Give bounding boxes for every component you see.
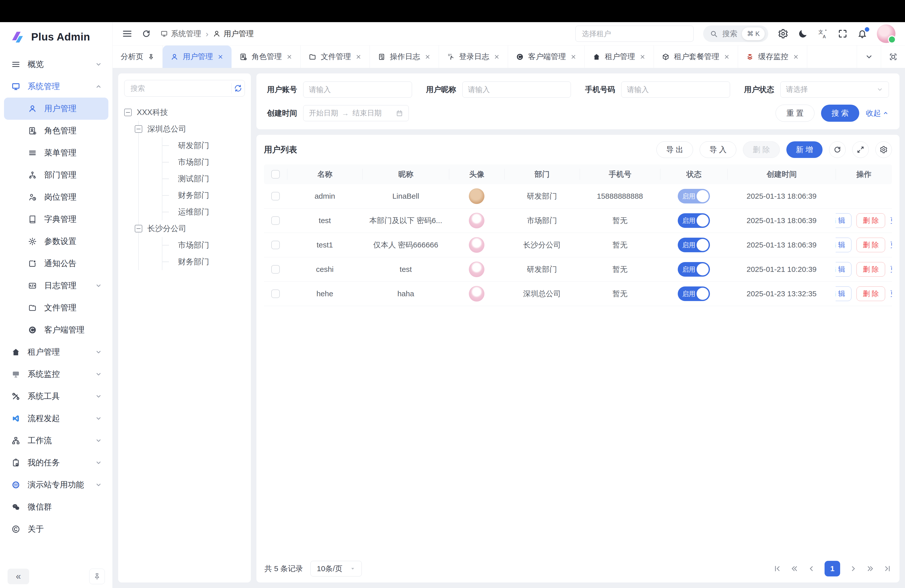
pin-icon[interactable] (148, 54, 154, 60)
delete-button[interactable]: 删 除 (743, 141, 780, 158)
row-checkbox[interactable] (271, 192, 280, 200)
tab-tenant-management[interactable]: 租户管理 (585, 46, 654, 68)
delete-row-button[interactable]: 删 除 (856, 238, 885, 252)
table-fullscreen-button[interactable] (852, 141, 869, 158)
tab-operation-log[interactable]: 操作日志 (370, 46, 439, 68)
last-page-button[interactable] (883, 565, 891, 573)
tree-collapse-icon[interactable] (135, 225, 142, 232)
language-translate-icon[interactable]: 文A (818, 29, 828, 39)
sidebar-item-process-initiation[interactable]: 流程发起 (4, 407, 108, 429)
close-icon[interactable] (724, 54, 730, 60)
sidebar-item-menu-management[interactable]: 菜单管理 (4, 142, 108, 164)
edit-button[interactable]: 编 辑 (836, 238, 851, 252)
sidebar-item-parameter-settings[interactable]: 参数设置 (4, 230, 108, 253)
tenant-select-input[interactable] (575, 25, 694, 42)
tree-node-branch[interactable]: 深圳总公司 (135, 121, 245, 137)
hamburger-icon[interactable] (122, 29, 132, 39)
tab-tenant-package-management[interactable]: 租户套餐管理 (654, 46, 738, 68)
select-all-checkbox[interactable] (271, 170, 280, 178)
refresh-icon[interactable] (142, 29, 151, 38)
tree-node-leaf[interactable]: 财务部门 (162, 254, 245, 270)
close-icon[interactable] (640, 54, 646, 60)
tab-analysis[interactable]: 分析页 (113, 46, 163, 68)
row-checkbox[interactable] (271, 216, 280, 225)
date-range-picker[interactable]: 开始日期 → 结束日期 (303, 105, 409, 121)
next-5-pages-button[interactable] (866, 565, 874, 573)
tree-collapse-icon[interactable] (135, 125, 142, 133)
tab-cache-monitor[interactable]: 缓存监控 (738, 46, 807, 68)
more-button[interactable]: 更多 (890, 264, 892, 274)
tree-node-leaf[interactable]: 市场部门 (162, 237, 245, 254)
tree-refresh-icon[interactable] (232, 84, 245, 92)
sidebar-item-department-management[interactable]: 部门管理 (4, 164, 108, 186)
page-size-select[interactable]: 10条/页 (310, 561, 362, 577)
first-page-button[interactable] (773, 565, 781, 573)
status-toggle[interactable]: 启用 (678, 286, 710, 301)
sidebar-item-wechat-group[interactable]: 微信群 (4, 496, 108, 518)
nickname-input[interactable] (468, 86, 565, 94)
sidebar-item-workflow[interactable]: 工作流 (4, 429, 108, 452)
breadcrumb-system[interactable]: 系统管理 (160, 29, 201, 39)
close-icon[interactable] (356, 54, 362, 60)
status-toggle[interactable]: 启用 (678, 238, 710, 252)
tree-node-leaf[interactable]: 市场部门 (162, 154, 245, 170)
tab-client-management[interactable]: 客户端管理 (508, 46, 585, 68)
tree-node-leaf[interactable]: 研发部门 (162, 137, 245, 154)
global-search-button[interactable]: 搜索 ⌘ K (703, 25, 768, 42)
tree-node-leaf[interactable]: 测试部门 (162, 170, 245, 187)
tab-file-management[interactable]: 文件管理 (301, 46, 370, 68)
close-icon[interactable] (494, 54, 500, 60)
more-button[interactable]: 更多 (890, 216, 892, 226)
add-button[interactable]: 新 增 (786, 141, 822, 158)
sidebar-item-role-management[interactable]: 角色管理 (4, 120, 108, 142)
sidebar-item-system-tools[interactable]: 系统工具 (4, 385, 108, 407)
more-button[interactable]: 更多 (890, 240, 892, 250)
status-select[interactable]: 请选择 (780, 81, 889, 98)
delete-row-button[interactable]: 删 除 (856, 286, 885, 301)
edit-button[interactable]: 编 辑 (836, 286, 851, 301)
sidebar-collapse-button[interactable]: « (8, 569, 29, 584)
breadcrumb-user-management[interactable]: 用户管理 (213, 29, 254, 39)
prev-5-pages-button[interactable] (791, 565, 799, 573)
tree-node-leaf[interactable]: 运维部门 (162, 204, 245, 220)
close-icon[interactable] (425, 54, 430, 60)
tree-search-input[interactable] (124, 84, 231, 92)
tree-node-leaf[interactable]: 财务部门 (162, 187, 245, 204)
status-toggle[interactable]: 启用 (678, 262, 710, 277)
collapse-filter-link[interactable]: 收起 (866, 108, 889, 118)
tabs-dropdown-button[interactable] (857, 46, 881, 68)
sidebar-item-client-management[interactable]: 客户端管理 (4, 319, 108, 341)
next-page-button[interactable] (849, 565, 857, 573)
more-button[interactable]: 更多 (890, 289, 892, 299)
delete-row-button[interactable]: 删 除 (856, 213, 885, 228)
row-checkbox[interactable] (271, 265, 280, 273)
sidebar-item-tenant-management[interactable]: 租户管理 (4, 341, 108, 363)
sidebar-item-about[interactable]: 关于 (4, 518, 108, 540)
close-icon[interactable] (570, 54, 576, 60)
search-button[interactable]: 搜 索 (821, 105, 859, 122)
sidebar-item-file-management[interactable]: 文件管理 (4, 297, 108, 319)
sidebar-item-demo-features[interactable]: 演示站专用功能 (4, 474, 108, 496)
content-fullscreen-button[interactable] (881, 46, 905, 68)
tree-node-root[interactable]: XXX科技 (124, 104, 245, 121)
prev-page-button[interactable] (807, 565, 816, 573)
sidebar-item-my-tasks[interactable]: 我的任务 (4, 452, 108, 474)
edit-button[interactable]: 编 辑 (836, 213, 851, 228)
tab-login-log[interactable]: 登录日志 (439, 46, 508, 68)
close-icon[interactable] (793, 54, 799, 60)
dark-mode-moon-icon[interactable] (798, 29, 808, 39)
close-icon[interactable] (218, 54, 224, 60)
tree-collapse-icon[interactable] (124, 109, 132, 116)
notification-bell-icon[interactable] (857, 29, 867, 39)
settings-gear-icon[interactable] (778, 29, 788, 39)
edit-button[interactable]: 编 辑 (836, 262, 851, 277)
sidebar-item-log-management[interactable]: 日志管理 (4, 275, 108, 297)
current-page[interactable]: 1 (824, 561, 840, 577)
status-toggle[interactable]: 启用 (678, 189, 710, 203)
close-icon[interactable] (286, 54, 292, 60)
tree-node-branch[interactable]: 长沙分公司 (135, 220, 245, 237)
table-settings-button[interactable] (875, 141, 892, 158)
tab-user-management[interactable]: 用户管理 (163, 46, 232, 68)
row-checkbox[interactable] (271, 241, 280, 249)
sidebar-item-system-management[interactable]: 系统管理 (4, 75, 108, 98)
